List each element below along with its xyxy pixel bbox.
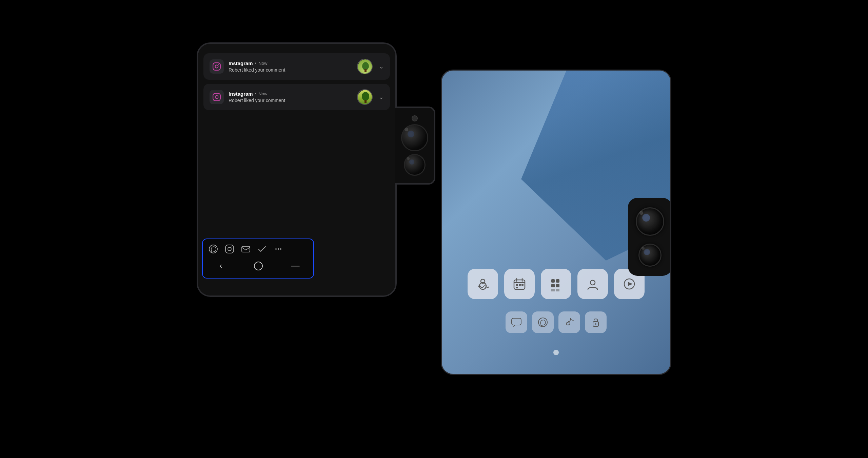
scene: Instagram • Now Robert liked your commen… xyxy=(197,42,671,416)
svg-rect-6 xyxy=(516,284,518,286)
svg-rect-14 xyxy=(551,289,555,291)
svg-point-25 xyxy=(218,64,219,65)
notif-message-2: Robert liked your comment xyxy=(229,98,352,103)
weather-app-icon[interactable] xyxy=(468,269,498,299)
tiktok-dock-icon[interactable] xyxy=(558,311,580,333)
svg-rect-19 xyxy=(512,318,521,325)
share-icons-row xyxy=(208,243,309,255)
svg-rect-36 xyxy=(225,245,234,253)
share-mail-icon[interactable] xyxy=(240,243,252,255)
back-camera-secondary xyxy=(638,244,662,267)
notif-dot-2: • xyxy=(255,91,257,96)
messages-dock-icon[interactable] xyxy=(506,311,527,333)
svg-rect-39 xyxy=(242,246,250,252)
svg-point-41 xyxy=(278,248,279,250)
svg-rect-10 xyxy=(551,279,555,283)
share-tray: ‹ xyxy=(202,238,314,279)
svg-rect-8 xyxy=(521,284,524,286)
notification-card-1[interactable]: Instagram • Now Robert liked your commen… xyxy=(203,53,390,80)
front-camera-module xyxy=(395,107,435,185)
svg-rect-11 xyxy=(556,279,559,283)
lock-dock-icon[interactable] xyxy=(585,311,607,333)
notif-app-name-1: Instagram xyxy=(229,60,253,66)
front-phone: Instagram • Now Robert liked your commen… xyxy=(197,42,397,297)
nav-home-button[interactable] xyxy=(254,262,263,270)
notif-avatar-1 xyxy=(357,59,373,74)
share-tasks-icon[interactable] xyxy=(256,243,268,255)
svg-point-24 xyxy=(215,65,218,68)
notif-app-name-2: Instagram xyxy=(229,91,253,97)
back-home-indicator xyxy=(553,350,559,355)
svg-point-38 xyxy=(231,247,232,247)
notif-chevron-2[interactable]: ⌄ xyxy=(379,93,384,101)
nav-spacer xyxy=(291,266,300,267)
share-whatsapp-icon[interactable] xyxy=(208,243,219,255)
svg-rect-13 xyxy=(556,284,559,287)
share-more-icon[interactable] xyxy=(273,243,284,255)
back-phone-dock xyxy=(442,311,670,333)
notif-content-2: Instagram • Now Robert liked your commen… xyxy=(229,91,352,103)
calendar-app-icon[interactable] xyxy=(504,269,535,299)
front-camera-dot xyxy=(412,115,418,121)
svg-point-30 xyxy=(215,96,218,99)
front-screen: Instagram • Now Robert liked your commen… xyxy=(198,44,395,295)
contacts-app-icon[interactable] xyxy=(577,269,608,299)
svg-point-40 xyxy=(275,248,277,250)
notif-time-2: Now xyxy=(258,91,267,96)
back-camera-bump xyxy=(628,198,671,276)
svg-point-42 xyxy=(280,248,281,250)
notif-message-1: Robert liked your comment xyxy=(229,67,352,73)
whatsapp-dock-icon[interactable] xyxy=(532,311,554,333)
notif-chevron-1[interactable]: ⌄ xyxy=(379,63,384,70)
back-phone xyxy=(441,70,671,375)
svg-rect-7 xyxy=(519,284,521,286)
svg-rect-9 xyxy=(516,287,518,288)
notif-avatar-2 xyxy=(357,89,373,105)
back-camera-main xyxy=(636,207,664,236)
front-camera-lens-main xyxy=(401,124,428,151)
notif-time-1: Now xyxy=(258,61,267,66)
svg-marker-18 xyxy=(628,282,633,286)
svg-rect-12 xyxy=(551,284,555,287)
svg-rect-34 xyxy=(364,100,367,103)
svg-rect-29 xyxy=(213,93,220,101)
share-instagram-icon[interactable] xyxy=(224,243,235,255)
all-apps-icon[interactable] xyxy=(541,269,571,299)
front-phone-inner: Instagram • Now Robert liked your commen… xyxy=(198,44,395,295)
nav-bar: ‹ xyxy=(208,257,309,274)
notif-content-1: Instagram • Now Robert liked your commen… xyxy=(229,60,352,73)
svg-rect-15 xyxy=(556,289,559,291)
notif-app-icon-1 xyxy=(210,59,224,74)
svg-rect-23 xyxy=(213,63,220,70)
svg-point-33 xyxy=(362,92,369,101)
notif-app-icon-2 xyxy=(210,90,224,104)
notification-card-2[interactable]: Instagram • Now Robert liked your commen… xyxy=(203,84,390,110)
notif-dot-1: • xyxy=(255,61,257,66)
svg-point-37 xyxy=(228,247,231,251)
front-camera-lens-secondary xyxy=(404,154,426,176)
svg-rect-28 xyxy=(364,69,367,72)
svg-point-22 xyxy=(595,323,596,325)
nav-back-button[interactable]: ‹ xyxy=(216,260,225,272)
svg-point-16 xyxy=(590,280,595,285)
svg-point-31 xyxy=(218,95,219,95)
